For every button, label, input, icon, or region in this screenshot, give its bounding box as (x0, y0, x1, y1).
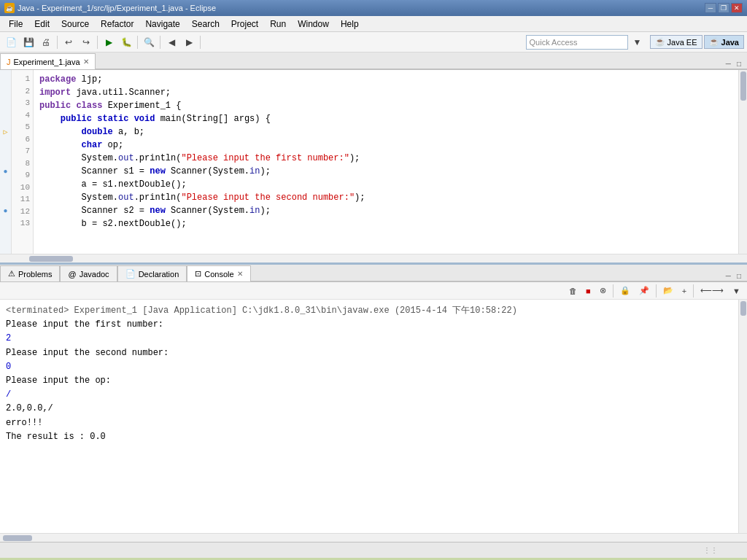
menu-help[interactable]: Help (335, 18, 365, 31)
menu-edit[interactable]: Edit (28, 18, 55, 31)
javaee-icon: ☕ (655, 37, 665, 47)
console-header: <terminated> Experiment_1 [Java Applicat… (6, 304, 732, 318)
java-icon: ☕ (709, 37, 719, 47)
tab-close-button[interactable]: ✕ (83, 58, 89, 66)
run-button[interactable]: ▶ (101, 34, 117, 50)
code-editor[interactable]: ▷ ● ● 1 2 3 4 5 6 7 8 9 10 11 (0, 70, 747, 254)
bottom-toolbar: 🗑 ■ ⊗ 🔒 📌 📂 + ⟵⟶ ▼ (0, 282, 747, 300)
quick-access-input[interactable]: Quick Access (526, 35, 628, 50)
minimize-button[interactable]: ─ (705, 3, 716, 13)
console-line-6: / (6, 388, 732, 402)
word-wrap-button[interactable]: ⟵⟶ (697, 284, 727, 298)
console-h-thumb[interactable] (3, 535, 32, 541)
redo-button[interactable]: ↪ (78, 34, 94, 50)
console-line-8: erro!!! (6, 416, 732, 430)
restore-button[interactable]: ❐ (718, 3, 729, 13)
gutter-marker-2 (0, 86, 11, 99)
status-right: ⋮⋮ (703, 546, 718, 554)
code-content[interactable]: package ljp; import java.util.Scanner; p… (34, 70, 738, 254)
separator-1 (57, 36, 58, 49)
scrollbar-thumb[interactable] (740, 71, 746, 101)
perspective-javaee[interactable]: ☕ Java EE (650, 35, 703, 49)
gutter-marker-7 (0, 152, 11, 165)
bottom-panel: ⚠ Problems @ Javadoc 📄 Declaration ⊡ Con… (0, 265, 747, 542)
tab-problems[interactable]: ⚠ Problems (0, 265, 60, 281)
editor-tab-experiment1[interactable]: J Experiment_1.java ✕ (0, 53, 96, 69)
maximize-bottom-button[interactable]: □ (734, 271, 744, 281)
collapse-marker[interactable]: ▷ (0, 125, 11, 139)
new-button[interactable]: 📄 (3, 34, 19, 50)
console-scrollbar-thumb[interactable] (740, 301, 746, 316)
javaee-label: Java EE (667, 38, 697, 47)
javadoc-icon: @ (68, 270, 76, 279)
bookmark-marker-2[interactable]: ● (0, 204, 11, 217)
menu-source[interactable]: Source (55, 18, 95, 31)
maximize-editor-button[interactable]: □ (734, 59, 744, 69)
title-bar-left: ☕ Java - Experiment_1/src/ljp/Experiment… (4, 3, 216, 13)
tab-console[interactable]: ⊡ Console ✕ (187, 265, 250, 281)
menu-refactor[interactable]: Refactor (95, 18, 139, 31)
quick-access-dropdown[interactable]: ▼ (630, 34, 646, 50)
console-icon: ⊡ (195, 269, 201, 279)
debug-button[interactable]: 🐛 (118, 34, 134, 50)
next-button[interactable]: ▶ (181, 34, 197, 50)
perspective-java[interactable]: ☕ Java (704, 35, 744, 49)
tab-declaration[interactable]: 📄 Declaration (117, 265, 187, 281)
menu-window[interactable]: Window (292, 18, 335, 31)
console-line-2: 2 (6, 332, 732, 346)
save-button[interactable]: 💾 (20, 34, 36, 50)
pin-console-button[interactable]: 📌 (635, 284, 653, 298)
stop-button[interactable]: ■ (582, 284, 595, 298)
console-vertical-scrollbar[interactable] (738, 300, 747, 533)
gutter-marker-1 (0, 73, 11, 86)
console-horizontal-scrollbar[interactable] (0, 533, 747, 542)
editor-vertical-scrollbar[interactable] (738, 70, 747, 254)
minimize-editor-button[interactable]: ─ (723, 59, 734, 69)
java-file-icon: J (7, 58, 11, 66)
print-button[interactable]: 🖨 (38, 34, 54, 50)
clear-console-button[interactable]: 🗑 (565, 284, 581, 298)
prev-button[interactable]: ◀ (163, 34, 179, 50)
scroll-lock-button[interactable]: 🔒 (616, 284, 634, 298)
app-icon: ☕ (4, 3, 15, 13)
tab-javadoc[interactable]: @ Javadoc (60, 265, 117, 281)
line-numbers: 1 2 3 4 5 6 7 8 9 10 11 12 13 (12, 70, 34, 254)
open-console-button[interactable]: 📂 (659, 284, 677, 298)
separator-2 (97, 36, 98, 49)
toolbar: 📄 💾 🖨 ↩ ↪ ▶ 🐛 🔍 ◀ ▶ Quick Access ▼ ☕ Jav… (0, 32, 747, 52)
title-controls[interactable]: ─ ❐ ✕ (705, 3, 743, 13)
status-text (372, 546, 374, 555)
editor-tabs: J Experiment_1.java ✕ ─ □ (0, 52, 747, 70)
console-line-3: Please input the second number: (6, 346, 732, 360)
search-button[interactable]: 🔍 (141, 34, 157, 50)
bookmark-marker-1[interactable]: ● (0, 165, 11, 178)
close-button[interactable]: ✕ (731, 3, 743, 13)
declaration-icon: 📄 (125, 269, 136, 279)
status-bar: ⋮⋮ (0, 542, 747, 558)
menu-project[interactable]: Project (225, 18, 264, 31)
menu-run[interactable]: Run (264, 18, 292, 31)
console-content[interactable]: <terminated> Experiment_1 [Java Applicat… (0, 300, 738, 533)
h-scroll-thumb[interactable] (29, 256, 73, 262)
gutter-marker-10 (0, 191, 11, 204)
tab-javadoc-label: Javadoc (80, 270, 109, 279)
console-options-button[interactable]: ▼ (729, 284, 744, 298)
status-icon-1: ⋮⋮ (703, 546, 718, 554)
editor-tab-label: Experiment_1.java (14, 58, 80, 66)
perspective-buttons: ☕ Java EE ☕ Java (650, 35, 744, 49)
btm-sep-2 (656, 284, 657, 298)
console-tab-close[interactable]: ✕ (237, 270, 243, 278)
new-console-button[interactable]: + (678, 284, 690, 298)
minimize-bottom-button[interactable]: ─ (723, 271, 734, 281)
gutter-marker-9 (0, 178, 11, 191)
editor-horizontal-scrollbar[interactable] (0, 254, 747, 262)
menu-file[interactable]: File (3, 18, 28, 31)
disconnect-button[interactable]: ⊗ (596, 284, 610, 298)
menu-navigate[interactable]: Navigate (139, 18, 185, 31)
bottom-tabs: ⚠ Problems @ Javadoc 📄 Declaration ⊡ Con… (0, 265, 747, 282)
console-line-7: 2.0,0.0,/ (6, 402, 732, 416)
undo-button[interactable]: ↩ (61, 34, 77, 50)
btm-sep-3 (693, 284, 694, 298)
menu-search[interactable]: Search (186, 18, 225, 31)
left-gutter: ▷ ● ● (0, 70, 12, 254)
